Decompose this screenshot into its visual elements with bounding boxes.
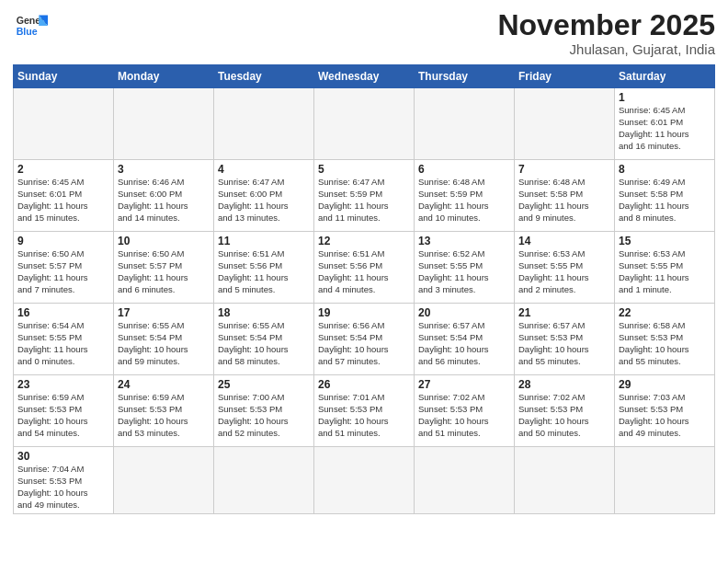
day-number: 26 <box>318 378 410 391</box>
day-info: Sunrise: 6:57 AM Sunset: 5:54 PM Dayligh… <box>418 320 510 367</box>
calendar-day-cell <box>415 88 515 160</box>
calendar-week-row: 16Sunrise: 6:54 AM Sunset: 5:55 PM Dayli… <box>14 304 715 375</box>
calendar-day-cell <box>415 447 515 514</box>
month-title: November 2025 <box>497 9 715 41</box>
calendar-day-cell: 29Sunrise: 7:03 AM Sunset: 5:53 PM Dayli… <box>615 375 715 447</box>
day-number: 19 <box>318 306 410 319</box>
day-number: 1 <box>619 91 711 104</box>
day-info: Sunrise: 7:02 AM Sunset: 5:53 PM Dayligh… <box>518 392 610 439</box>
day-number: 10 <box>118 235 210 247</box>
logo-icon: General Blue <box>15 9 48 42</box>
day-number: 13 <box>418 235 510 247</box>
day-number: 2 <box>17 163 109 176</box>
day-info: Sunrise: 6:49 AM Sunset: 5:58 PM Dayligh… <box>619 177 711 224</box>
logo: General Blue <box>13 9 48 46</box>
day-number: 20 <box>418 306 510 319</box>
day-info: Sunrise: 6:46 AM Sunset: 6:00 PM Dayligh… <box>118 177 210 224</box>
calendar-day-cell: 4Sunrise: 6:47 AM Sunset: 6:00 PM Daylig… <box>214 160 314 232</box>
calendar-day-cell: 12Sunrise: 6:51 AM Sunset: 5:56 PM Dayli… <box>314 232 415 304</box>
day-info: Sunrise: 6:47 AM Sunset: 5:59 PM Dayligh… <box>318 177 410 224</box>
calendar-day-cell: 22Sunrise: 6:58 AM Sunset: 5:53 PM Dayli… <box>615 304 715 375</box>
calendar-day-cell: 14Sunrise: 6:53 AM Sunset: 5:55 PM Dayli… <box>515 232 615 304</box>
day-info: Sunrise: 6:57 AM Sunset: 5:53 PM Dayligh… <box>518 320 610 367</box>
day-number: 23 <box>17 378 109 391</box>
day-info: Sunrise: 6:45 AM Sunset: 6:01 PM Dayligh… <box>619 105 711 152</box>
calendar-day-cell <box>214 88 314 160</box>
weekday-header: Wednesday <box>314 65 415 88</box>
day-info: Sunrise: 6:47 AM Sunset: 6:00 PM Dayligh… <box>218 177 310 224</box>
title-block: November 2025 Jhulasan, Gujarat, India <box>497 9 715 57</box>
day-info: Sunrise: 6:51 AM Sunset: 5:56 PM Dayligh… <box>318 248 410 295</box>
calendar-day-cell: 3Sunrise: 6:46 AM Sunset: 6:00 PM Daylig… <box>114 160 214 232</box>
calendar-day-cell: 8Sunrise: 6:49 AM Sunset: 5:58 PM Daylig… <box>615 160 715 232</box>
day-number: 3 <box>118 163 210 176</box>
day-info: Sunrise: 6:55 AM Sunset: 5:54 PM Dayligh… <box>118 320 210 367</box>
weekday-header: Friday <box>515 65 615 88</box>
calendar-day-cell: 16Sunrise: 6:54 AM Sunset: 5:55 PM Dayli… <box>14 304 114 375</box>
day-info: Sunrise: 6:52 AM Sunset: 5:55 PM Dayligh… <box>418 248 510 295</box>
calendar-day-cell: 20Sunrise: 6:57 AM Sunset: 5:54 PM Dayli… <box>415 304 515 375</box>
svg-text:Blue: Blue <box>17 26 38 37</box>
calendar-day-cell: 27Sunrise: 7:02 AM Sunset: 5:53 PM Dayli… <box>415 375 515 447</box>
calendar-day-cell: 17Sunrise: 6:55 AM Sunset: 5:54 PM Dayli… <box>114 304 214 375</box>
calendar-week-row: 1Sunrise: 6:45 AM Sunset: 6:01 PM Daylig… <box>14 88 715 160</box>
day-info: Sunrise: 7:00 AM Sunset: 5:53 PM Dayligh… <box>218 392 310 439</box>
calendar-day-cell <box>314 447 415 514</box>
day-number: 15 <box>619 235 711 247</box>
calendar-week-row: 23Sunrise: 6:59 AM Sunset: 5:53 PM Dayli… <box>14 375 715 447</box>
header: General Blue November 2025 Jhulasan, Guj… <box>13 9 715 57</box>
day-number: 21 <box>518 306 610 319</box>
calendar-day-cell: 25Sunrise: 7:00 AM Sunset: 5:53 PM Dayli… <box>214 375 314 447</box>
calendar-day-cell: 18Sunrise: 6:55 AM Sunset: 5:54 PM Dayli… <box>214 304 314 375</box>
day-number: 24 <box>118 378 210 391</box>
day-number: 28 <box>518 378 610 391</box>
day-info: Sunrise: 7:01 AM Sunset: 5:53 PM Dayligh… <box>318 392 410 439</box>
calendar-week-row: 30Sunrise: 7:04 AM Sunset: 5:53 PM Dayli… <box>14 447 715 514</box>
day-number: 17 <box>118 306 210 319</box>
calendar-day-cell: 13Sunrise: 6:52 AM Sunset: 5:55 PM Dayli… <box>415 232 515 304</box>
calendar-day-cell: 10Sunrise: 6:50 AM Sunset: 5:57 PM Dayli… <box>114 232 214 304</box>
calendar-day-cell: 28Sunrise: 7:02 AM Sunset: 5:53 PM Dayli… <box>515 375 615 447</box>
day-info: Sunrise: 6:56 AM Sunset: 5:54 PM Dayligh… <box>318 320 410 367</box>
calendar-day-cell: 9Sunrise: 6:50 AM Sunset: 5:57 PM Daylig… <box>14 232 114 304</box>
calendar-day-cell <box>515 88 615 160</box>
day-info: Sunrise: 6:54 AM Sunset: 5:55 PM Dayligh… <box>17 320 109 367</box>
day-number: 7 <box>518 163 610 176</box>
day-number: 30 <box>17 450 109 463</box>
day-info: Sunrise: 6:59 AM Sunset: 5:53 PM Dayligh… <box>17 392 109 439</box>
calendar-day-cell: 15Sunrise: 6:53 AM Sunset: 5:55 PM Dayli… <box>615 232 715 304</box>
calendar-day-cell: 21Sunrise: 6:57 AM Sunset: 5:53 PM Dayli… <box>515 304 615 375</box>
calendar-day-cell: 24Sunrise: 6:59 AM Sunset: 5:53 PM Dayli… <box>114 375 214 447</box>
day-number: 12 <box>318 235 410 247</box>
day-number: 27 <box>418 378 510 391</box>
calendar-day-cell: 7Sunrise: 6:48 AM Sunset: 5:58 PM Daylig… <box>515 160 615 232</box>
day-number: 25 <box>218 378 310 391</box>
calendar-day-cell: 5Sunrise: 6:47 AM Sunset: 5:59 PM Daylig… <box>314 160 415 232</box>
weekday-header: Tuesday <box>214 65 314 88</box>
calendar-day-cell <box>615 447 715 514</box>
calendar-day-cell: 1Sunrise: 6:45 AM Sunset: 6:01 PM Daylig… <box>615 88 715 160</box>
day-number: 6 <box>418 163 510 176</box>
calendar-day-cell: 23Sunrise: 6:59 AM Sunset: 5:53 PM Dayli… <box>14 375 114 447</box>
day-info: Sunrise: 7:04 AM Sunset: 5:53 PM Dayligh… <box>17 464 109 511</box>
day-info: Sunrise: 6:45 AM Sunset: 6:01 PM Dayligh… <box>17 177 109 224</box>
day-info: Sunrise: 7:02 AM Sunset: 5:53 PM Dayligh… <box>418 392 510 439</box>
calendar-week-row: 2Sunrise: 6:45 AM Sunset: 6:01 PM Daylig… <box>14 160 715 232</box>
weekday-header: Sunday <box>14 65 114 88</box>
day-number: 22 <box>619 306 711 319</box>
calendar-day-cell: 6Sunrise: 6:48 AM Sunset: 5:59 PM Daylig… <box>415 160 515 232</box>
day-info: Sunrise: 6:50 AM Sunset: 5:57 PM Dayligh… <box>118 248 210 295</box>
day-info: Sunrise: 6:50 AM Sunset: 5:57 PM Dayligh… <box>17 248 109 295</box>
calendar-day-cell <box>114 447 214 514</box>
day-number: 4 <box>218 163 310 176</box>
day-number: 8 <box>619 163 711 176</box>
calendar-day-cell: 2Sunrise: 6:45 AM Sunset: 6:01 PM Daylig… <box>14 160 114 232</box>
day-number: 18 <box>218 306 310 319</box>
day-info: Sunrise: 6:59 AM Sunset: 5:53 PM Dayligh… <box>118 392 210 439</box>
page: General Blue November 2025 Jhulasan, Guj… <box>0 0 728 563</box>
day-number: 16 <box>17 306 109 319</box>
day-info: Sunrise: 6:51 AM Sunset: 5:56 PM Dayligh… <box>218 248 310 295</box>
day-number: 9 <box>17 235 109 247</box>
calendar-day-cell: 30Sunrise: 7:04 AM Sunset: 5:53 PM Dayli… <box>14 447 114 514</box>
day-number: 11 <box>218 235 310 247</box>
